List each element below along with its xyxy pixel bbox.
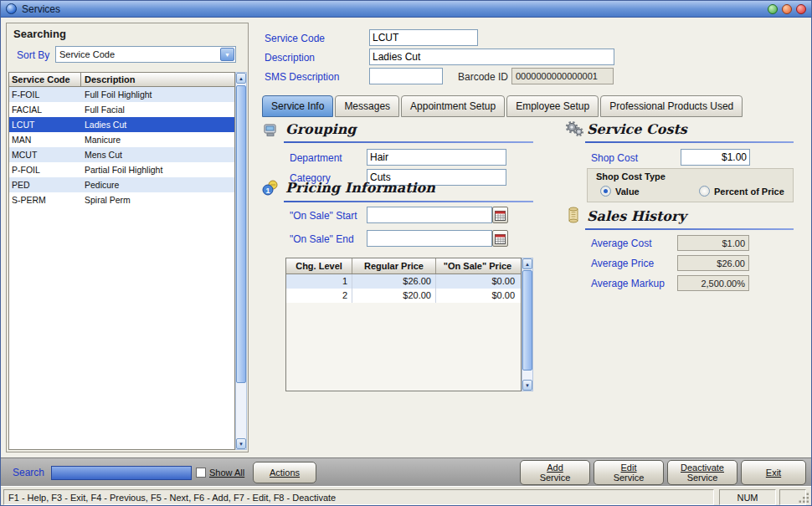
show-all-checkbox[interactable] (196, 468, 206, 478)
calendar-icon[interactable] (492, 230, 508, 247)
on-sale-start-input[interactable] (367, 207, 492, 223)
pricing-cell: 2 (286, 289, 352, 303)
average-cost-field: $1.00 (677, 235, 749, 251)
button-label-line2: Service (540, 473, 571, 483)
barcode-id-field: 0000000000000001 (511, 68, 614, 84)
service-costs-rule (585, 141, 794, 143)
department-input[interactable] (367, 149, 506, 166)
sms-description-input[interactable] (369, 68, 443, 84)
tab-service-info[interactable]: Service Info (262, 95, 333, 117)
edit-service-button[interactable]: EditService (594, 460, 664, 485)
exit-button[interactable]: Exit (741, 460, 806, 485)
percent-of-price-radio-label: Percent of Price (714, 187, 784, 197)
shop-cost-type-group: Shop Cost Type Value Percent of Price (587, 168, 794, 202)
pricing-cell: $0.00 (436, 289, 519, 303)
average-markup-field: 2,500.00% (677, 275, 749, 291)
shop-cost-input[interactable] (681, 149, 750, 166)
search-input[interactable] (51, 466, 192, 480)
pricing-row[interactable]: 2$20.00$0.00 (286, 289, 521, 303)
button-label-line1: Edit (621, 463, 637, 473)
service-description-cell: Partial Foil Highlight (81, 162, 234, 177)
percent-of-price-radio[interactable] (699, 186, 710, 197)
service-list-row[interactable]: LCUTLadies Cut (9, 117, 234, 132)
pricing-cell: $0.00 (436, 274, 519, 289)
pricing-row[interactable]: 1$26.00$0.00 (286, 274, 521, 289)
scrollbar-thumb[interactable] (522, 270, 532, 371)
pricing-table: Chg. Level Regular Price "On Sale" Price… (285, 258, 522, 391)
show-all-label: Show All (209, 468, 244, 478)
sort-by-dropdown[interactable]: Service Code ▼ (55, 46, 236, 63)
service-code-cell: LCUT (9, 117, 81, 132)
service-list-row[interactable]: F-FOILFull Foil Highlight (9, 87, 234, 102)
pricing-cell: 1 (286, 274, 352, 289)
service-list-scrollbar[interactable]: ▲ ▼ (235, 72, 247, 450)
scroll-icon (567, 207, 580, 226)
on-sale-end-input[interactable] (367, 230, 492, 247)
service-list-row[interactable]: MCUTMens Cut (9, 147, 234, 162)
shop-cost-type-title: Shop Cost Type (596, 171, 666, 181)
actions-button[interactable]: Actions (253, 462, 316, 483)
average-price-label: Average Price (591, 258, 654, 269)
pricing-cell: $26.00 (352, 274, 436, 289)
service-description-cell: Ladies Cut (81, 117, 234, 132)
value-radio[interactable] (600, 186, 611, 197)
value-radio-label: Value (615, 187, 640, 197)
pricing-table-scrollbar[interactable]: ▲ ▼ (522, 258, 533, 391)
service-list-row[interactable]: PEDPedicure (9, 177, 234, 192)
pricing-col-regular-price[interactable]: Regular Price (352, 258, 436, 273)
service-code-input[interactable] (369, 29, 478, 46)
service-description-cell: Full Foil Highlight (81, 87, 234, 102)
on-sale-start-label: "On Sale" Start (290, 210, 357, 222)
add-service-button[interactable]: AddService (520, 460, 590, 485)
service-list-header: Service Code Description (8, 72, 235, 87)
service-code-cell: PED (9, 177, 81, 192)
description-input[interactable] (369, 49, 614, 65)
service-code-cell: S-PERM (9, 192, 81, 207)
service-list-row[interactable]: P-FOILPartial Foil Highlight (9, 162, 234, 177)
pricing-col-on-sale-price[interactable]: "On Sale" Price (436, 258, 519, 273)
pricing-title: Pricing Information (285, 180, 435, 196)
column-header-service-code[interactable]: Service Code (9, 73, 81, 86)
column-header-description[interactable]: Description (81, 73, 234, 86)
minimize-icon[interactable] (768, 4, 778, 14)
tab-professional-products-used[interactable]: Professional Products Used (600, 95, 743, 117)
tab-messages[interactable]: Messages (335, 95, 399, 117)
scrollbar-thumb[interactable] (236, 85, 246, 383)
service-list-row[interactable]: FACIALFull Facial (9, 102, 234, 117)
pricing-col-chg-level[interactable]: Chg. Level (286, 258, 352, 273)
grouping-rule (284, 141, 533, 143)
service-description-cell: Spiral Perm (81, 192, 234, 207)
chevron-down-icon[interactable]: ▼ (220, 48, 234, 61)
scroll-down-icon[interactable]: ▼ (236, 438, 246, 449)
on-sale-end-label: "On Sale" End (290, 233, 354, 245)
tab-employee-setup[interactable]: Employee Setup (506, 95, 599, 117)
service-costs-title: Service Costs (587, 121, 687, 137)
calendar-icon[interactable] (492, 207, 508, 223)
svg-text:1: 1 (265, 187, 270, 195)
grouping-title: Grouping (285, 121, 356, 137)
service-code-cell: P-FOIL (9, 162, 81, 177)
window-controls (768, 4, 806, 14)
actions-button-label: Actions (270, 468, 300, 478)
service-list-row[interactable]: S-PERMSpiral Perm (9, 192, 234, 207)
window-title: Services (22, 3, 60, 15)
button-label-line2: Service (687, 473, 718, 483)
maximize-icon[interactable] (782, 4, 792, 14)
scroll-up-icon[interactable]: ▲ (236, 73, 246, 84)
average-price-field: $26.00 (677, 255, 749, 271)
deactivate-service-button[interactable]: DeactivateService (667, 460, 737, 485)
app-icon (6, 3, 17, 14)
scroll-down-icon[interactable]: ▼ (522, 380, 532, 391)
status-bar: F1 - Help, F3 - Exit, F4 - Previous, F5 … (1, 486, 811, 506)
tab-appointment-setup[interactable]: Appointment Setup (401, 95, 505, 117)
scroll-up-icon[interactable]: ▲ (522, 258, 532, 269)
average-markup-label: Average Markup (591, 278, 665, 289)
department-label: Department (290, 152, 342, 164)
close-icon[interactable] (796, 4, 806, 14)
service-list-body: F-FOILFull Foil HighlightFACIALFull Faci… (8, 87, 235, 450)
resize-grip-icon[interactable] (799, 493, 809, 505)
sort-by-value: Service Code (59, 49, 115, 59)
service-list-row[interactable]: MANManicure (9, 132, 234, 147)
gears-icon (565, 120, 583, 139)
service-description-cell: Full Facial (81, 102, 234, 117)
